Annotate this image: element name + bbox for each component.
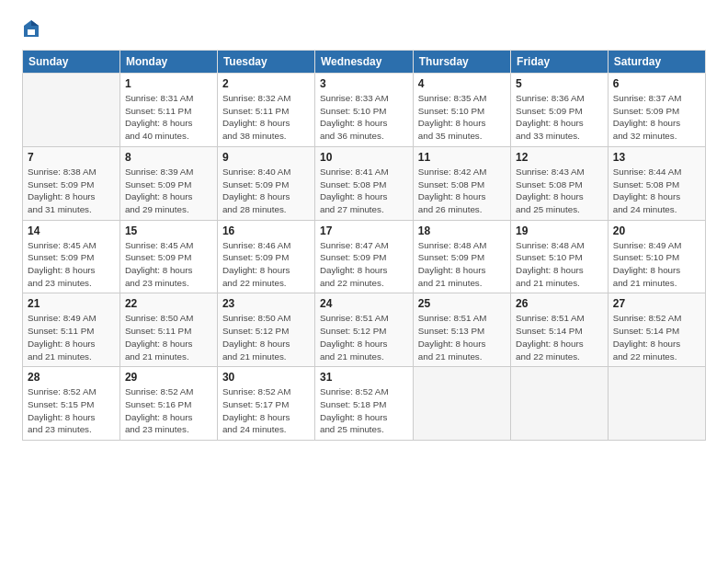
weekday-sunday: Sunday [23,51,120,74]
weekday-saturday: Saturday [608,51,705,74]
day-number: 30 [222,371,310,384]
day-info: Sunrise: 8:33 AM Sunset: 5:10 PM Dayligh… [320,92,408,143]
day-cell: 12Sunrise: 8:43 AM Sunset: 5:08 PM Dayli… [511,146,609,220]
day-cell: 11Sunrise: 8:42 AM Sunset: 5:08 PM Dayli… [413,146,510,220]
day-info: Sunrise: 8:42 AM Sunset: 5:08 PM Dayligh… [418,166,506,216]
day-cell: 13Sunrise: 8:44 AM Sunset: 5:08 PM Dayli… [608,146,705,220]
day-cell: 24Sunrise: 8:51 AM Sunset: 5:12 PM Dayli… [314,293,413,367]
day-cell: 8Sunrise: 8:39 AM Sunset: 5:09 PM Daylig… [119,146,217,220]
day-info: Sunrise: 8:48 AM Sunset: 5:09 PM Dayligh… [418,239,506,290]
day-info: Sunrise: 8:38 AM Sunset: 5:09 PM Dayligh… [28,166,115,216]
day-number: 17 [320,224,408,237]
weekday-row: SundayMondayTuesdayWednesdayThursdayFrid… [23,51,706,74]
day-info: Sunrise: 8:35 AM Sunset: 5:10 PM Dayligh… [418,92,506,143]
day-info: Sunrise: 8:39 AM Sunset: 5:09 PM Dayligh… [125,166,212,216]
day-info: Sunrise: 8:52 AM Sunset: 5:17 PM Dayligh… [222,385,310,436]
day-cell [608,367,705,441]
weekday-monday: Monday [119,51,217,74]
day-cell: 15Sunrise: 8:45 AM Sunset: 5:09 PM Dayli… [119,220,217,293]
day-number: 21 [28,297,115,310]
day-number: 20 [613,224,700,237]
day-info: Sunrise: 8:50 AM Sunset: 5:12 PM Dayligh… [222,312,310,362]
day-number: 9 [222,151,310,164]
day-cell: 18Sunrise: 8:48 AM Sunset: 5:09 PM Dayli… [413,220,510,293]
day-cell: 1Sunrise: 8:31 AM Sunset: 5:11 PM Daylig… [119,74,217,147]
day-info: Sunrise: 8:49 AM Sunset: 5:11 PM Dayligh… [28,312,115,362]
weekday-thursday: Thursday [413,51,510,74]
day-cell: 16Sunrise: 8:46 AM Sunset: 5:09 PM Dayli… [217,220,314,293]
weekday-wednesday: Wednesday [314,51,413,74]
day-cell [23,74,120,147]
day-number: 10 [320,151,408,164]
day-cell: 23Sunrise: 8:50 AM Sunset: 5:12 PM Dayli… [217,293,314,367]
day-info: Sunrise: 8:32 AM Sunset: 5:11 PM Dayligh… [222,92,310,143]
day-cell: 2Sunrise: 8:32 AM Sunset: 5:11 PM Daylig… [217,74,314,147]
day-cell: 14Sunrise: 8:45 AM Sunset: 5:09 PM Dayli… [23,220,120,293]
day-number: 8 [125,151,212,164]
day-number: 23 [222,297,310,310]
weekday-friday: Friday [511,51,609,74]
day-info: Sunrise: 8:48 AM Sunset: 5:10 PM Dayligh… [516,239,603,290]
day-info: Sunrise: 8:52 AM Sunset: 5:14 PM Dayligh… [613,312,700,362]
day-info: Sunrise: 8:49 AM Sunset: 5:10 PM Dayligh… [613,239,700,290]
calendar-table: SundayMondayTuesdayWednesdayThursdayFrid… [22,50,706,441]
day-cell: 25Sunrise: 8:51 AM Sunset: 5:13 PM Dayli… [413,293,510,367]
day-info: Sunrise: 8:52 AM Sunset: 5:15 PM Dayligh… [28,385,115,436]
day-number: 5 [516,77,603,90]
day-cell: 21Sunrise: 8:49 AM Sunset: 5:11 PM Dayli… [23,293,120,367]
day-info: Sunrise: 8:40 AM Sunset: 5:09 PM Dayligh… [222,166,310,216]
day-number: 26 [516,297,603,310]
day-number: 14 [28,224,115,237]
day-number: 2 [222,77,310,90]
day-cell: 30Sunrise: 8:52 AM Sunset: 5:17 PM Dayli… [217,367,314,441]
day-number: 22 [125,297,212,310]
day-info: Sunrise: 8:51 AM Sunset: 5:12 PM Dayligh… [320,312,408,362]
day-info: Sunrise: 8:41 AM Sunset: 5:08 PM Dayligh… [320,166,408,216]
day-cell: 3Sunrise: 8:33 AM Sunset: 5:10 PM Daylig… [314,74,413,147]
day-info: Sunrise: 8:46 AM Sunset: 5:09 PM Dayligh… [222,239,310,290]
day-cell: 6Sunrise: 8:37 AM Sunset: 5:09 PM Daylig… [608,74,705,147]
day-cell: 7Sunrise: 8:38 AM Sunset: 5:09 PM Daylig… [23,146,120,220]
header [22,18,706,39]
day-info: Sunrise: 8:45 AM Sunset: 5:09 PM Dayligh… [125,239,212,290]
day-info: Sunrise: 8:36 AM Sunset: 5:09 PM Dayligh… [516,92,603,143]
day-info: Sunrise: 8:51 AM Sunset: 5:14 PM Dayligh… [516,312,603,362]
calendar-header: SundayMondayTuesdayWednesdayThursdayFrid… [23,51,706,74]
day-number: 3 [320,77,408,90]
day-number: 15 [125,224,212,237]
day-cell: 26Sunrise: 8:51 AM Sunset: 5:14 PM Dayli… [511,293,609,367]
day-number: 6 [613,77,700,90]
logo-icon [22,18,40,39]
week-row-1: 1Sunrise: 8:31 AM Sunset: 5:11 PM Daylig… [23,74,706,147]
day-number: 7 [28,151,115,164]
day-info: Sunrise: 8:31 AM Sunset: 5:11 PM Dayligh… [125,92,212,143]
day-info: Sunrise: 8:43 AM Sunset: 5:08 PM Dayligh… [516,166,603,216]
day-number: 4 [418,77,506,90]
day-cell: 5Sunrise: 8:36 AM Sunset: 5:09 PM Daylig… [511,74,609,147]
day-number: 28 [28,371,115,384]
day-cell [511,367,609,441]
week-row-3: 14Sunrise: 8:45 AM Sunset: 5:09 PM Dayli… [23,220,706,293]
day-number: 19 [516,224,603,237]
day-cell: 28Sunrise: 8:52 AM Sunset: 5:15 PM Dayli… [23,367,120,441]
week-row-5: 28Sunrise: 8:52 AM Sunset: 5:15 PM Dayli… [23,367,706,441]
logo [22,18,42,39]
day-number: 25 [418,297,506,310]
svg-marker-1 [31,20,39,26]
day-cell: 9Sunrise: 8:40 AM Sunset: 5:09 PM Daylig… [217,146,314,220]
day-info: Sunrise: 8:52 AM Sunset: 5:16 PM Dayligh… [125,385,212,436]
day-number: 11 [418,151,506,164]
day-number: 29 [125,371,212,384]
day-number: 12 [516,151,603,164]
day-number: 13 [613,151,700,164]
day-info: Sunrise: 8:51 AM Sunset: 5:13 PM Dayligh… [418,312,506,362]
day-info: Sunrise: 8:45 AM Sunset: 5:09 PM Dayligh… [28,239,115,290]
day-info: Sunrise: 8:52 AM Sunset: 5:18 PM Dayligh… [320,385,408,436]
day-cell [413,367,510,441]
day-info: Sunrise: 8:50 AM Sunset: 5:11 PM Dayligh… [125,312,212,362]
week-row-2: 7Sunrise: 8:38 AM Sunset: 5:09 PM Daylig… [23,146,706,220]
day-number: 1 [125,77,212,90]
day-number: 18 [418,224,506,237]
day-cell: 22Sunrise: 8:50 AM Sunset: 5:11 PM Dayli… [119,293,217,367]
day-cell: 27Sunrise: 8:52 AM Sunset: 5:14 PM Dayli… [608,293,705,367]
